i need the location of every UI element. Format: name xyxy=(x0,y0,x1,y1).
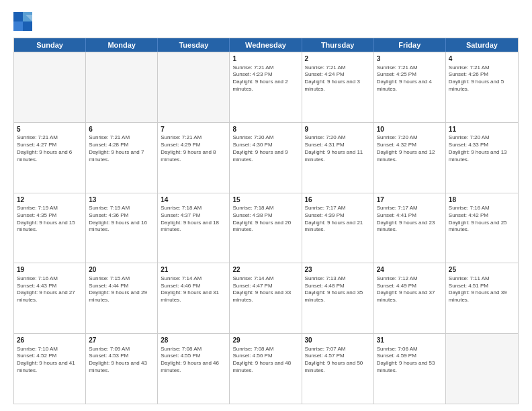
day-info: Sunrise: 7:10 AMSunset: 4:52 PMDaylight:… xyxy=(17,346,83,375)
day-number: 16 xyxy=(305,195,371,205)
day-number: 9 xyxy=(305,125,371,134)
day-info: Sunrise: 7:21 AMSunset: 4:26 PMDaylight:… xyxy=(449,64,515,93)
table-row: 6Sunrise: 7:21 AMSunset: 4:28 PMDaylight… xyxy=(86,123,158,193)
page: SundayMondayTuesdayWednesdayThursdayFrid… xyxy=(0,0,532,411)
logo-icon xyxy=(13,12,32,31)
logo xyxy=(13,12,35,31)
day-info: Sunrise: 7:18 AMSunset: 4:38 PMDaylight:… xyxy=(232,205,298,234)
calendar-week-5: 26Sunrise: 7:10 AMSunset: 4:52 PMDayligh… xyxy=(14,333,518,404)
day-info: Sunrise: 7:14 AMSunset: 4:46 PMDaylight:… xyxy=(161,275,226,304)
table-row: 18Sunrise: 7:16 AMSunset: 4:42 PMDayligh… xyxy=(446,193,518,263)
table-row: 8Sunrise: 7:20 AMSunset: 4:30 PMDaylight… xyxy=(230,123,302,193)
table-row: 27Sunrise: 7:09 AMSunset: 4:53 PMDayligh… xyxy=(86,334,158,404)
day-info: Sunrise: 7:09 AMSunset: 4:53 PMDaylight:… xyxy=(89,346,154,375)
day-info: Sunrise: 7:16 AMSunset: 4:43 PMDaylight:… xyxy=(17,275,83,304)
day-info: Sunrise: 7:16 AMSunset: 4:42 PMDaylight:… xyxy=(449,205,515,234)
day-info: Sunrise: 7:07 AMSunset: 4:57 PMDaylight:… xyxy=(305,346,371,375)
day-number: 11 xyxy=(449,125,515,134)
table-row: 11Sunrise: 7:20 AMSunset: 4:33 PMDayligh… xyxy=(446,123,518,193)
day-number: 1 xyxy=(232,54,298,64)
table-row: 16Sunrise: 7:17 AMSunset: 4:39 PMDayligh… xyxy=(302,193,374,263)
table-row: 23Sunrise: 7:13 AMSunset: 4:48 PMDayligh… xyxy=(302,263,374,333)
day-info: Sunrise: 7:17 AMSunset: 4:39 PMDaylight:… xyxy=(305,205,371,234)
day-number: 6 xyxy=(89,125,154,134)
svg-rect-2 xyxy=(13,21,23,31)
table-row: 10Sunrise: 7:20 AMSunset: 4:32 PMDayligh… xyxy=(374,123,446,193)
day-number: 22 xyxy=(232,265,298,275)
day-info: Sunrise: 7:08 AMSunset: 4:56 PMDaylight:… xyxy=(232,346,298,375)
col-header-sunday: Sunday xyxy=(14,38,86,52)
table-row xyxy=(446,334,518,404)
calendar-header-row: SundayMondayTuesdayWednesdayThursdayFrid… xyxy=(14,38,518,52)
day-info: Sunrise: 7:21 AMSunset: 4:25 PMDaylight:… xyxy=(377,64,443,93)
day-info: Sunrise: 7:12 AMSunset: 4:49 PMDaylight:… xyxy=(377,275,443,304)
day-number: 20 xyxy=(89,265,154,275)
day-info: Sunrise: 7:20 AMSunset: 4:33 PMDaylight:… xyxy=(449,134,515,163)
table-row: 21Sunrise: 7:14 AMSunset: 4:46 PMDayligh… xyxy=(158,263,230,333)
table-row: 2Sunrise: 7:21 AMSunset: 4:24 PMDaylight… xyxy=(302,52,374,122)
day-number: 12 xyxy=(17,195,83,205)
table-row: 19Sunrise: 7:16 AMSunset: 4:43 PMDayligh… xyxy=(14,263,86,333)
table-row xyxy=(158,52,230,122)
day-number: 26 xyxy=(17,336,83,345)
day-info: Sunrise: 7:14 AMSunset: 4:47 PMDaylight:… xyxy=(232,275,298,304)
day-info: Sunrise: 7:20 AMSunset: 4:31 PMDaylight:… xyxy=(305,134,371,163)
day-number: 28 xyxy=(161,336,226,345)
table-row: 5Sunrise: 7:21 AMSunset: 4:27 PMDaylight… xyxy=(14,123,86,193)
day-number: 4 xyxy=(449,54,515,64)
table-row xyxy=(14,52,86,122)
table-row: 22Sunrise: 7:14 AMSunset: 4:47 PMDayligh… xyxy=(230,263,302,333)
day-number: 3 xyxy=(377,54,443,64)
day-info: Sunrise: 7:18 AMSunset: 4:37 PMDaylight:… xyxy=(161,205,226,234)
day-number: 27 xyxy=(89,336,154,345)
col-header-thursday: Thursday xyxy=(302,38,374,52)
day-number: 17 xyxy=(377,195,443,205)
day-info: Sunrise: 7:20 AMSunset: 4:30 PMDaylight:… xyxy=(232,134,298,163)
day-number: 8 xyxy=(232,125,298,134)
day-number: 5 xyxy=(17,125,83,134)
table-row: 3Sunrise: 7:21 AMSunset: 4:25 PMDaylight… xyxy=(374,52,446,122)
header xyxy=(13,12,519,31)
table-row: 7Sunrise: 7:21 AMSunset: 4:29 PMDaylight… xyxy=(158,123,230,193)
day-info: Sunrise: 7:17 AMSunset: 4:41 PMDaylight:… xyxy=(377,205,443,234)
col-header-wednesday: Wednesday xyxy=(230,38,302,52)
day-number: 21 xyxy=(161,265,226,275)
table-row: 31Sunrise: 7:06 AMSunset: 4:59 PMDayligh… xyxy=(374,334,446,404)
table-row: 12Sunrise: 7:19 AMSunset: 4:35 PMDayligh… xyxy=(14,193,86,263)
table-row: 20Sunrise: 7:15 AMSunset: 4:44 PMDayligh… xyxy=(86,263,158,333)
day-info: Sunrise: 7:20 AMSunset: 4:32 PMDaylight:… xyxy=(377,134,443,163)
table-row: 25Sunrise: 7:11 AMSunset: 4:51 PMDayligh… xyxy=(446,263,518,333)
calendar-week-4: 19Sunrise: 7:16 AMSunset: 4:43 PMDayligh… xyxy=(14,263,518,333)
day-info: Sunrise: 7:19 AMSunset: 4:35 PMDaylight:… xyxy=(17,205,83,234)
day-info: Sunrise: 7:15 AMSunset: 4:44 PMDaylight:… xyxy=(89,275,154,304)
day-number: 18 xyxy=(449,195,515,205)
day-number: 19 xyxy=(17,265,83,275)
col-header-saturday: Saturday xyxy=(446,38,518,52)
day-info: Sunrise: 7:21 AMSunset: 4:28 PMDaylight:… xyxy=(89,134,154,163)
calendar-body: 1Sunrise: 7:21 AMSunset: 4:23 PMDaylight… xyxy=(14,52,518,404)
day-number: 15 xyxy=(232,195,298,205)
table-row: 28Sunrise: 7:08 AMSunset: 4:55 PMDayligh… xyxy=(158,334,230,404)
svg-rect-3 xyxy=(23,21,32,31)
table-row: 15Sunrise: 7:18 AMSunset: 4:38 PMDayligh… xyxy=(230,193,302,263)
day-info: Sunrise: 7:21 AMSunset: 4:24 PMDaylight:… xyxy=(305,64,371,93)
day-number: 13 xyxy=(89,195,154,205)
table-row: 29Sunrise: 7:08 AMSunset: 4:56 PMDayligh… xyxy=(230,334,302,404)
day-info: Sunrise: 7:08 AMSunset: 4:55 PMDaylight:… xyxy=(161,346,226,375)
day-number: 14 xyxy=(161,195,226,205)
table-row: 26Sunrise: 7:10 AMSunset: 4:52 PMDayligh… xyxy=(14,334,86,404)
table-row: 17Sunrise: 7:17 AMSunset: 4:41 PMDayligh… xyxy=(374,193,446,263)
table-row: 4Sunrise: 7:21 AMSunset: 4:26 PMDaylight… xyxy=(446,52,518,122)
day-number: 30 xyxy=(305,336,371,345)
day-number: 23 xyxy=(305,265,371,275)
table-row xyxy=(86,52,158,122)
table-row: 30Sunrise: 7:07 AMSunset: 4:57 PMDayligh… xyxy=(302,334,374,404)
day-info: Sunrise: 7:21 AMSunset: 4:27 PMDaylight:… xyxy=(17,134,83,163)
day-number: 2 xyxy=(305,54,371,64)
calendar-week-2: 5Sunrise: 7:21 AMSunset: 4:27 PMDaylight… xyxy=(14,122,518,193)
day-number: 24 xyxy=(377,265,443,275)
table-row: 1Sunrise: 7:21 AMSunset: 4:23 PMDaylight… xyxy=(230,52,302,122)
day-number: 31 xyxy=(377,336,443,345)
day-number: 10 xyxy=(377,125,443,134)
day-info: Sunrise: 7:21 AMSunset: 4:29 PMDaylight:… xyxy=(161,134,226,163)
